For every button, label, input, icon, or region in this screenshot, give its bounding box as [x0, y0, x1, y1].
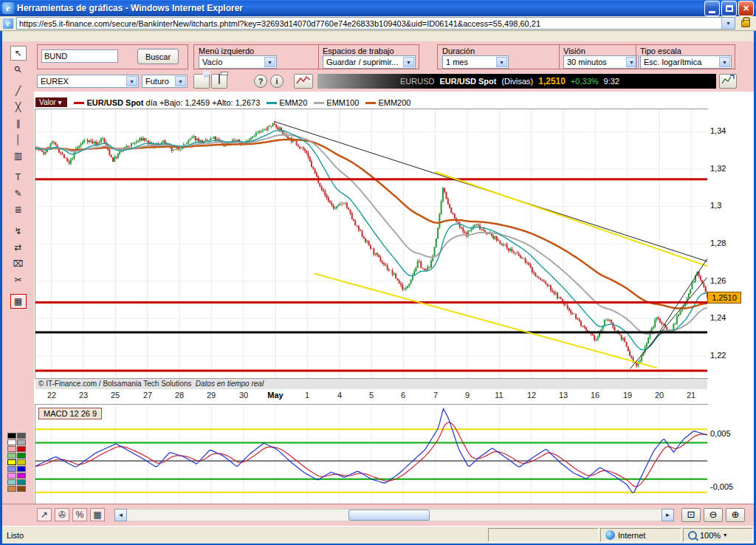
palette-swatch[interactable] — [17, 473, 26, 479]
zoom-in-button[interactable]: ⊕ — [726, 508, 745, 522]
group-divider — [318, 45, 319, 69]
palette-swatch[interactable] — [17, 439, 26, 445]
chart-arrow-icon — [721, 75, 735, 85]
macd-chart[interactable] — [35, 405, 707, 504]
text-tool-icon[interactable]: T — [10, 170, 27, 185]
valor-selector[interactable]: Valor ▾ — [35, 97, 67, 107]
scrollbar-track[interactable] — [127, 509, 662, 521]
address-input[interactable] — [16, 17, 735, 30]
scroll-left-button[interactable]: ◄ — [114, 509, 127, 521]
cursor-tool-icon[interactable]: ↖ — [10, 46, 27, 61]
chart-view-button[interactable] — [294, 74, 313, 89]
printer-icon — [219, 74, 220, 84]
x-axis-label: 23 — [73, 391, 94, 400]
duracion-select[interactable]: 1 mes — [442, 55, 509, 69]
palette-swatch[interactable] — [7, 466, 16, 472]
palette-swatch[interactable] — [7, 479, 16, 485]
annotation-tool-icon[interactable]: ✎ — [10, 186, 27, 201]
legend-emm200: EMM200 — [378, 98, 410, 107]
x-axis-label: 27 — [137, 391, 158, 400]
delete-tool-icon[interactable]: ⌧ — [10, 256, 27, 271]
palette-swatch[interactable] — [7, 439, 16, 445]
palette-swatch[interactable] — [7, 446, 16, 452]
trend-icon[interactable]: ↗ — [37, 508, 52, 521]
link-icon[interactable]: ✇ — [55, 508, 69, 521]
status-bar: Listo Internet 100% ▾ — [2, 526, 754, 544]
search-input[interactable] — [41, 49, 118, 63]
zoom-tool-icon[interactable]: ⚲ — [10, 62, 27, 77]
palette-swatch[interactable] — [7, 486, 16, 492]
y-axis-label: 1,32 — [710, 164, 726, 173]
globe-icon — [605, 530, 615, 540]
x-axis-label: 28 — [169, 391, 190, 400]
palette-swatch[interactable] — [7, 433, 16, 439]
address-dropdown-button[interactable]: ▼ — [721, 18, 735, 29]
zoom-control[interactable]: 100% ▾ — [683, 528, 753, 542]
chart-style-tool-icon[interactable]: ▦ — [10, 294, 27, 309]
zoom-area-button[interactable]: ⊡ — [681, 508, 701, 522]
percent-icon[interactable]: % — [72, 508, 87, 521]
address-bar: e ▼ — [0, 16, 756, 31]
export-chart-button[interactable] — [719, 74, 737, 89]
espacios-label: Espacios de trabajo — [323, 47, 394, 55]
palette-swatch[interactable] — [17, 459, 26, 465]
vision-select[interactable]: 30 minutos — [563, 55, 639, 69]
vertical-line-tool-icon[interactable]: │ — [10, 132, 27, 147]
search-group: Buscar — [37, 44, 188, 69]
macd-label: MACD 12 26 9 — [38, 408, 102, 419]
palette-swatch[interactable] — [17, 446, 26, 452]
x-axis-label: May — [265, 391, 286, 400]
x-axis-label: 13 — [553, 391, 574, 400]
save-button[interactable] — [193, 74, 210, 89]
espacios-select[interactable]: Guardar / suprimir... — [323, 55, 416, 69]
ie-logo-icon: e — [2, 2, 14, 14]
palette-swatch[interactable] — [17, 466, 26, 472]
notes-tool-icon[interactable]: ≣ — [10, 202, 27, 217]
exchange-select[interactable]: EUREX — [37, 75, 139, 88]
palette-swatch[interactable] — [7, 473, 16, 479]
vision-label: Visión — [563, 47, 585, 55]
menu-izquierdo-select[interactable]: Vacío — [199, 55, 277, 69]
help-button[interactable]: ? — [254, 75, 267, 88]
grid-icon[interactable]: ▦ — [90, 508, 105, 521]
tipo-escala-select[interactable]: Esc. logarítmica — [640, 55, 732, 69]
minimize-button[interactable] — [704, 1, 720, 16]
close-button[interactable]: ✕ — [738, 1, 754, 16]
quote-market: (Divisas) — [501, 77, 533, 86]
zoom-out-button[interactable]: ⊖ — [704, 508, 723, 522]
search-button[interactable]: Buscar — [137, 49, 179, 64]
zigzag-tool-icon[interactable]: ↯ — [10, 224, 27, 239]
x-axis-label: 11 — [489, 391, 509, 400]
trendline-tool-icon[interactable]: ╱ — [10, 83, 27, 98]
palette-swatch[interactable] — [7, 459, 16, 465]
palette-swatch[interactable] — [17, 433, 26, 439]
scrollbar-thumb[interactable] — [348, 510, 430, 521]
maximize-button[interactable] — [721, 1, 737, 16]
crossline-tool-icon[interactable]: ╳ — [10, 100, 27, 114]
tipo-escala-label: Tipo escala — [640, 47, 681, 55]
y-axis-label: 1,22 — [710, 351, 726, 360]
status-segment — [488, 528, 599, 542]
color-palette — [7, 433, 28, 492]
copyright-strip: © IT-Finance.com / Bolsamania Tech Solut… — [35, 378, 707, 389]
print-button[interactable] — [211, 74, 227, 89]
palette-swatch[interactable] — [17, 486, 26, 492]
candle-pattern-tool-icon[interactable]: ▥ — [10, 148, 27, 163]
tools-sidebar: ↖⚲╱╳∥│▥T✎≣↯⇄⌧✂▦ — [2, 41, 34, 504]
price-chart[interactable] — [35, 109, 707, 378]
macd-y-axis: 0,005-0,005 — [707, 405, 752, 504]
palette-swatch[interactable] — [7, 453, 16, 459]
info-button[interactable]: i — [270, 75, 284, 88]
instrument-select[interactable]: Futuro — [142, 75, 188, 88]
palette-swatch[interactable] — [17, 479, 26, 485]
group-divider — [636, 45, 636, 69]
network-zone: Internet — [600, 528, 681, 542]
parallel-channel-tool-icon[interactable]: ∥ — [10, 116, 27, 131]
quote-bar: EURUSD EUR/USD Spot (Divisas) 1,2510 +0,… — [317, 74, 716, 89]
zoom-dropdown-icon[interactable]: ▾ — [724, 532, 726, 538]
x-axis-label: 12 — [521, 391, 542, 400]
cut-tool-icon[interactable]: ✂ — [10, 272, 27, 287]
compare-tool-icon[interactable]: ⇄ — [10, 240, 27, 255]
palette-swatch[interactable] — [17, 453, 26, 459]
scroll-right-button[interactable]: ► — [662, 509, 674, 521]
